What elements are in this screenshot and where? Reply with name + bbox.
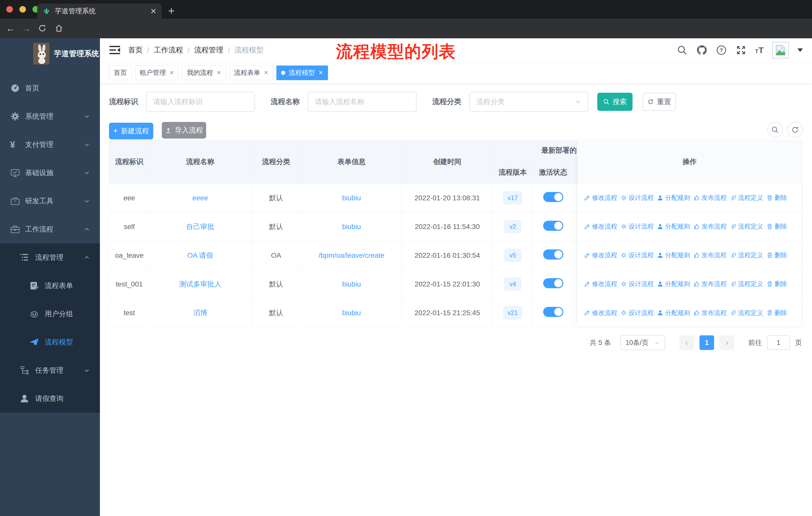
- version-badge[interactable]: v4: [504, 278, 521, 291]
- design-process-link[interactable]: 设计流程: [620, 222, 654, 230]
- active-toggle[interactable]: [543, 307, 563, 317]
- breadcrumb-workflow[interactable]: 工作流程: [154, 45, 183, 55]
- home-icon[interactable]: [53, 23, 64, 34]
- process-name-link[interactable]: OA 请假: [187, 251, 213, 259]
- edit-process-link[interactable]: 修改流程: [584, 309, 617, 317]
- fullscreen-icon[interactable]: [735, 45, 747, 56]
- font-size-icon[interactable]: TT: [755, 45, 764, 55]
- refresh-table-button[interactable]: [787, 122, 803, 138]
- process-name-link[interactable]: 测试多审批人: [179, 280, 222, 288]
- assign-rule-link[interactable]: 分配规则: [657, 251, 690, 259]
- process-name-link[interactable]: eeee: [192, 194, 208, 202]
- active-toggle[interactable]: [543, 278, 563, 288]
- close-icon[interactable]: ✕: [264, 70, 268, 76]
- sidebar-item-system[interactable]: 系统管理: [0, 102, 100, 131]
- browser-tab[interactable]: 芋道管理系统 ✕: [37, 3, 162, 19]
- caret-down-icon[interactable]: [798, 48, 803, 52]
- delete-process-link[interactable]: 删除: [766, 251, 787, 259]
- github-icon[interactable]: [696, 45, 707, 56]
- sidebar-item-workflow[interactable]: 工作流程: [0, 215, 100, 243]
- form-info-link[interactable]: biubiu: [342, 280, 361, 288]
- sidebar-item-leave-query[interactable]: 请假查询: [0, 384, 100, 413]
- search-button[interactable]: 搜索: [597, 93, 633, 111]
- reset-button[interactable]: 重置: [643, 93, 676, 111]
- design-process-link[interactable]: 设计流程: [620, 193, 654, 202]
- publish-process-link[interactable]: 发布流程: [693, 222, 727, 230]
- form-info-link[interactable]: biubiu: [342, 309, 361, 317]
- process-definition-link[interactable]: 流程定义: [730, 193, 763, 202]
- version-badge[interactable]: v5: [504, 249, 521, 262]
- active-toggle[interactable]: [543, 249, 563, 260]
- version-badge[interactable]: v21: [503, 306, 522, 319]
- delete-process-link[interactable]: 删除: [766, 193, 787, 202]
- edit-process-link[interactable]: 修改流程: [584, 193, 617, 202]
- filter-name-input[interactable]: [308, 92, 416, 112]
- close-window-button[interactable]: [6, 6, 13, 12]
- version-badge[interactable]: v17: [503, 191, 522, 204]
- active-toggle[interactable]: [543, 221, 563, 231]
- forward-icon[interactable]: →: [21, 23, 32, 34]
- sidebar-item-infra[interactable]: 基础设施: [0, 159, 100, 187]
- delete-process-link[interactable]: 删除: [766, 222, 787, 230]
- assign-rule-link[interactable]: 分配规则: [657, 193, 690, 202]
- sidebar-item-process-form[interactable]: 流程表单: [0, 272, 100, 300]
- edit-process-link[interactable]: 修改流程: [584, 280, 617, 288]
- sidebar-item-process-model[interactable]: 流程模型: [0, 328, 100, 356]
- help-icon[interactable]: ?: [716, 45, 727, 56]
- design-process-link[interactable]: 设计流程: [620, 251, 654, 259]
- page-size-select[interactable]: 10条/页: [620, 335, 665, 350]
- tag-process-model[interactable]: 流程模型✕: [277, 65, 328, 80]
- assign-rule-link[interactable]: 分配规则: [657, 280, 690, 288]
- assign-rule-link[interactable]: 分配规则: [657, 309, 690, 317]
- publish-process-link[interactable]: 发布流程: [693, 251, 727, 259]
- sidebar-item-process-mgmt[interactable]: 流程管理: [0, 243, 100, 272]
- import-process-button[interactable]: 导入流程: [162, 122, 206, 139]
- goto-page-input[interactable]: 1: [767, 335, 790, 350]
- process-definition-link[interactable]: 流程定义: [730, 309, 763, 317]
- process-name-link[interactable]: 自己审批: [186, 223, 214, 230]
- current-page[interactable]: 1: [699, 335, 714, 350]
- sidebar-item-task-mgmt[interactable]: 任务管理: [0, 356, 100, 384]
- sidebar-item-devtools[interactable]: 研发工具: [0, 187, 100, 215]
- collapse-sidebar-icon[interactable]: [109, 45, 121, 55]
- delete-process-link[interactable]: 删除: [766, 309, 787, 317]
- sidebar-item-home[interactable]: 首页: [0, 74, 100, 102]
- form-info-link[interactable]: biubiu: [342, 194, 361, 202]
- close-icon[interactable]: ✕: [216, 70, 221, 76]
- process-definition-link[interactable]: 流程定义: [730, 280, 763, 288]
- tag-my-process[interactable]: 我的流程✕: [182, 65, 226, 80]
- process-name-link[interactable]: 滔博: [193, 309, 207, 317]
- design-process-link[interactable]: 设计流程: [620, 280, 654, 288]
- tab-close-icon[interactable]: ✕: [150, 7, 156, 16]
- process-definition-link[interactable]: 流程定义: [730, 222, 763, 230]
- tag-process-form[interactable]: 流程表单✕: [229, 65, 273, 80]
- breadcrumb-home[interactable]: 首页: [128, 45, 143, 55]
- prev-page-button[interactable]: ‹: [679, 335, 694, 350]
- new-tab-button[interactable]: +: [168, 4, 175, 17]
- create-process-button[interactable]: + 新建流程: [109, 123, 153, 139]
- filter-key-input[interactable]: [146, 92, 255, 112]
- app-logo[interactable]: 芋道管理系统: [0, 38, 100, 68]
- publish-process-link[interactable]: 发布流程: [693, 193, 727, 202]
- next-page-button[interactable]: ›: [720, 335, 734, 350]
- edit-process-link[interactable]: 修改流程: [584, 251, 617, 259]
- reload-icon[interactable]: [37, 23, 48, 34]
- publish-process-link[interactable]: 发布流程: [693, 280, 727, 288]
- active-toggle[interactable]: [543, 192, 563, 202]
- tag-home[interactable]: 首页: [109, 65, 132, 80]
- sidebar-item-payment[interactable]: ¥ 支付管理: [0, 131, 100, 159]
- back-icon[interactable]: ←: [5, 23, 16, 34]
- close-icon[interactable]: ✕: [169, 70, 174, 76]
- form-info-link[interactable]: biubiu: [342, 223, 361, 230]
- avatar[interactable]: [772, 42, 789, 58]
- close-icon[interactable]: ✕: [318, 70, 323, 76]
- assign-rule-link[interactable]: 分配规则: [657, 222, 690, 230]
- publish-process-link[interactable]: 发布流程: [693, 309, 727, 317]
- process-definition-link[interactable]: 流程定义: [730, 251, 763, 259]
- form-info-link[interactable]: /bpm/oa/leave/create: [319, 251, 385, 259]
- toggle-search-button[interactable]: [767, 122, 783, 138]
- search-icon[interactable]: [676, 45, 688, 56]
- tag-tenant[interactable]: 租户管理✕: [135, 65, 179, 80]
- delete-process-link[interactable]: 删除: [766, 280, 787, 288]
- sidebar-item-user-group[interactable]: 用户分组: [0, 300, 100, 328]
